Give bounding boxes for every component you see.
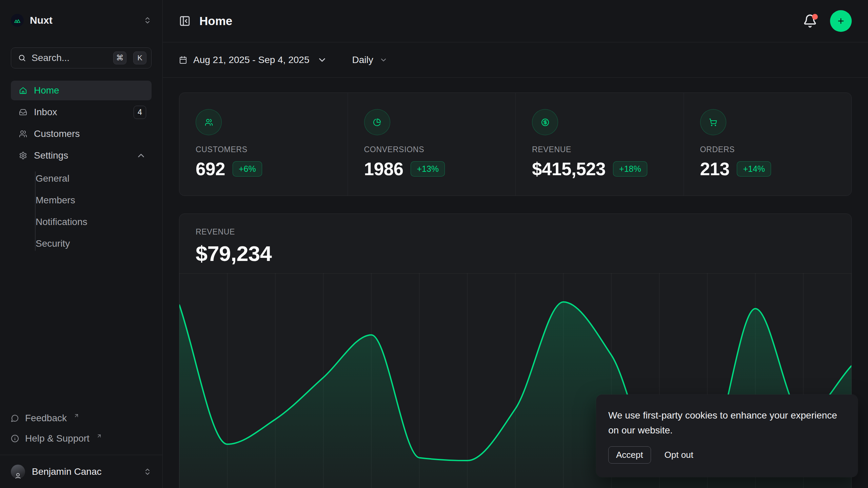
stat-customers[interactable]: CUSTOMERS 692 +6%: [179, 93, 348, 196]
home-icon: [19, 86, 27, 95]
sidebar-item-settings[interactable]: Settings: [11, 146, 152, 165]
stat-icon-badge: [364, 109, 390, 135]
stat-revenue[interactable]: REVENUE $415,523 +18%: [515, 93, 684, 196]
search-icon: [18, 54, 26, 62]
inbox-icon: [19, 108, 27, 116]
stat-conversions[interactable]: CONVERSIONS 1986 +13%: [348, 93, 516, 196]
sidebar-item-label: Inbox: [34, 107, 57, 118]
stat-label: CONVERSIONS: [364, 145, 499, 154]
user-name: Benjamin Canac: [32, 466, 101, 477]
sidebar-item-label: Settings: [34, 150, 68, 161]
page-title: Home: [199, 14, 232, 28]
chevrons-up-down-icon: [143, 468, 152, 476]
chevron-down-icon: [379, 56, 388, 64]
external-link-icon: [96, 433, 102, 439]
stat-icon-badge: [196, 109, 222, 135]
chevrons-up-down-icon: [143, 16, 152, 24]
sidebar-item-notifications[interactable]: Notifications: [36, 212, 152, 232]
date-range-picker[interactable]: Aug 21, 2025 - Sep 4, 2025: [179, 55, 327, 65]
revenue-chart-label: REVENUE: [196, 227, 835, 237]
settings-subnav: General Members Notifications Security: [11, 169, 152, 253]
stats-cards: CUSTOMERS 692 +6% CONVERSIONS 1986 +13% …: [179, 93, 852, 196]
help-support-label: Help & Support: [25, 433, 90, 444]
sidebar-item-label: Home: [34, 85, 59, 96]
sidebar-item-label: Customers: [34, 128, 80, 139]
help-support-link[interactable]: Help & Support: [11, 430, 152, 447]
users-icon: [205, 118, 213, 126]
stat-delta-badge: +13%: [411, 161, 445, 177]
stat-label: REVENUE: [532, 145, 667, 154]
sidebar: Nuxt ⌘ K Home Inbox 4 Customers Settings…: [0, 0, 163, 488]
period-label: Daily: [352, 55, 373, 65]
stat-delta-badge: +6%: [233, 161, 262, 177]
stat-orders[interactable]: ORDERS 213 +14%: [684, 93, 852, 196]
date-range-label: Aug 21, 2025 - Sep 4, 2025: [193, 55, 310, 65]
cookie-actions: Accept Opt out: [608, 446, 846, 464]
avatar: [11, 465, 25, 479]
stat-label: ORDERS: [700, 145, 835, 154]
inbox-count-badge: 4: [134, 106, 146, 119]
sidebar-item-security[interactable]: Security: [36, 234, 152, 253]
external-link-icon: [74, 413, 79, 419]
shopping-cart-icon: [709, 118, 717, 126]
info-circle-icon: [11, 434, 19, 443]
revenue-chart-header: REVENUE $79,234: [179, 214, 851, 266]
period-select[interactable]: Daily: [352, 55, 388, 65]
chevron-up-icon[interactable]: [136, 150, 146, 161]
cookie-message: We use first-party cookies to enhance yo…: [608, 408, 846, 438]
kbd-k: K: [133, 52, 146, 64]
top-header: Home: [163, 0, 868, 42]
cookie-banner: We use first-party cookies to enhance yo…: [596, 394, 858, 477]
kbd-cmd: ⌘: [113, 52, 126, 64]
sidebar-item-home[interactable]: Home: [11, 81, 152, 100]
plus-icon: [837, 17, 845, 25]
feedback-link[interactable]: Feedback: [11, 409, 152, 427]
collapse-sidebar-button[interactable]: [179, 15, 191, 27]
pie-chart-icon: [373, 118, 381, 126]
stat-value: 692: [196, 159, 225, 179]
stat-icon-badge: [532, 109, 558, 135]
workspace-name: Nuxt: [30, 15, 53, 26]
header-actions: [803, 10, 852, 32]
sidebar-nav: Home Inbox 4 Customers Settings General …: [11, 81, 152, 253]
stat-label: CUSTOMERS: [196, 145, 331, 154]
stat-icon-badge: [700, 109, 726, 135]
search-input[interactable]: [32, 53, 106, 63]
stat-delta-badge: +14%: [737, 161, 771, 177]
message-bubble-icon: [11, 414, 19, 422]
stat-value: 1986: [364, 159, 403, 179]
accept-cookies-button[interactable]: Accept: [608, 446, 651, 464]
sidebar-item-members[interactable]: Members: [36, 190, 152, 210]
nuxt-logo-icon: [11, 14, 24, 27]
stat-value: 213: [700, 159, 730, 179]
notification-dot: [812, 14, 818, 20]
user-menu[interactable]: Benjamin Canac: [11, 455, 152, 488]
add-button[interactable]: [830, 10, 852, 32]
revenue-chart-total: $79,234: [196, 241, 835, 266]
users-icon: [19, 130, 27, 138]
chevron-down-icon: [317, 55, 327, 65]
search-input-wrapper[interactable]: ⌘ K: [11, 47, 152, 68]
sidebar-item-general[interactable]: General: [36, 169, 152, 188]
calendar-icon: [179, 56, 187, 64]
feedback-label: Feedback: [25, 413, 67, 424]
sidebar-item-inbox[interactable]: Inbox 4: [11, 102, 152, 122]
stat-value: $415,523: [532, 159, 606, 179]
notifications-button[interactable]: [803, 14, 817, 28]
optout-cookies-button[interactable]: Opt out: [665, 450, 693, 460]
dollar-circle-icon: [541, 118, 549, 126]
sidebar-footer: Feedback Help & Support: [11, 409, 152, 455]
sidebar-item-customers[interactable]: Customers: [11, 124, 152, 144]
stat-delta-badge: +18%: [613, 161, 647, 177]
filters-toolbar: Aug 21, 2025 - Sep 4, 2025 Daily: [163, 42, 868, 78]
workspace-switcher[interactable]: Nuxt: [11, 12, 152, 29]
gear-icon: [19, 151, 27, 160]
